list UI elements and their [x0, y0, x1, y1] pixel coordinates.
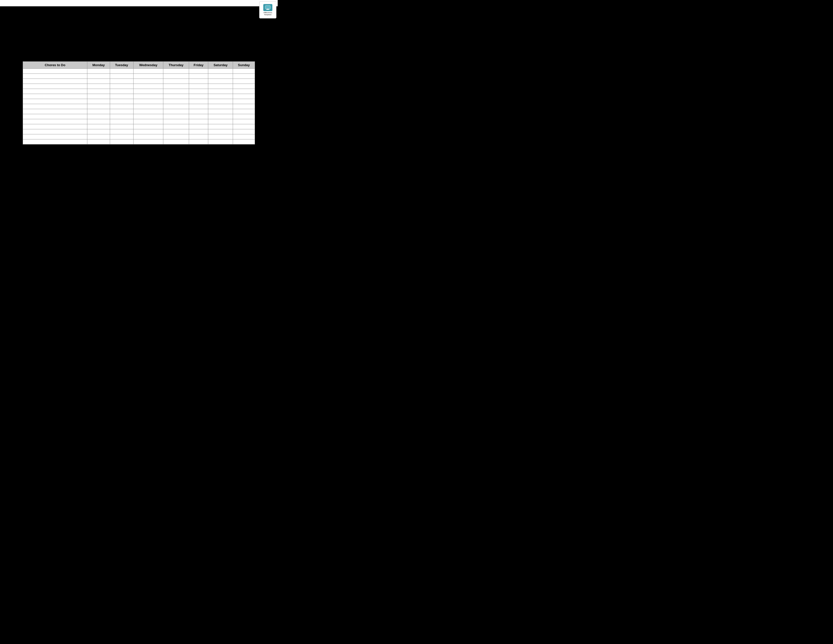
cell-row13-col1[interactable]	[87, 134, 110, 139]
cell-row13-col6[interactable]	[208, 134, 233, 139]
cell-row10-col7[interactable]	[233, 119, 255, 124]
cell-row1-col7[interactable]	[233, 74, 255, 79]
cell-row7-col4[interactable]	[163, 104, 189, 109]
cell-row3-col7[interactable]	[233, 84, 255, 89]
cell-row14-col2[interactable]	[110, 139, 133, 145]
cell-row4-col1[interactable]	[87, 89, 110, 94]
cell-row0-col6[interactable]	[208, 69, 233, 74]
cell-row5-col1[interactable]	[87, 94, 110, 99]
cell-row12-col3[interactable]	[133, 129, 163, 134]
cell-row11-col5[interactable]	[189, 124, 208, 129]
cell-row11-col3[interactable]	[133, 124, 163, 129]
cell-row13-col3[interactable]	[133, 134, 163, 139]
cell-row1-col4[interactable]	[163, 74, 189, 79]
cell-row11-col6[interactable]	[208, 124, 233, 129]
cell-row0-col4[interactable]	[163, 69, 189, 74]
cell-row2-col5[interactable]	[189, 79, 208, 84]
cell-row4-col5[interactable]	[189, 89, 208, 94]
cell-row9-col0[interactable]	[23, 114, 87, 119]
cell-row3-col0[interactable]	[23, 84, 87, 89]
cell-row0-col5[interactable]	[189, 69, 208, 74]
cell-row10-col2[interactable]	[110, 119, 133, 124]
cell-row7-col6[interactable]	[208, 104, 233, 109]
cell-row11-col1[interactable]	[87, 124, 110, 129]
cell-row14-col0[interactable]	[23, 139, 87, 145]
cell-row8-col4[interactable]	[163, 109, 189, 114]
cell-row7-col0[interactable]	[23, 104, 87, 109]
cell-row8-col1[interactable]	[87, 109, 110, 114]
cell-row5-col3[interactable]	[133, 94, 163, 99]
cell-row5-col7[interactable]	[233, 94, 255, 99]
cell-row4-col7[interactable]	[233, 89, 255, 94]
cell-row12-col7[interactable]	[233, 129, 255, 134]
cell-row4-col2[interactable]	[110, 89, 133, 94]
cell-row2-col6[interactable]	[208, 79, 233, 84]
cell-row13-col7[interactable]	[233, 134, 255, 139]
cell-row5-col6[interactable]	[208, 94, 233, 99]
cell-row0-col1[interactable]	[87, 69, 110, 74]
cell-row5-col4[interactable]	[163, 94, 189, 99]
cell-row14-col4[interactable]	[163, 139, 189, 145]
cell-row13-col4[interactable]	[163, 134, 189, 139]
cell-row3-col3[interactable]	[133, 84, 163, 89]
cell-row11-col0[interactable]	[23, 124, 87, 129]
cell-row6-col4[interactable]	[163, 99, 189, 104]
cell-row9-col6[interactable]	[208, 114, 233, 119]
cell-row14-col5[interactable]	[189, 139, 208, 145]
cell-row5-col2[interactable]	[110, 94, 133, 99]
cell-row2-col0[interactable]	[23, 79, 87, 84]
cell-row2-col4[interactable]	[163, 79, 189, 84]
cell-row5-col5[interactable]	[189, 94, 208, 99]
cell-row1-col2[interactable]	[110, 74, 133, 79]
cell-row2-col3[interactable]	[133, 79, 163, 84]
cell-row3-col1[interactable]	[87, 84, 110, 89]
cell-row14-col7[interactable]	[233, 139, 255, 145]
cell-row13-col0[interactable]	[23, 134, 87, 139]
cell-row6-col3[interactable]	[133, 99, 163, 104]
cell-row6-col7[interactable]	[233, 99, 255, 104]
cell-row14-col1[interactable]	[87, 139, 110, 145]
cell-row6-col2[interactable]	[110, 99, 133, 104]
cell-row5-col0[interactable]	[23, 94, 87, 99]
cell-row9-col1[interactable]	[87, 114, 110, 119]
cell-row1-col0[interactable]	[23, 74, 87, 79]
cell-row10-col5[interactable]	[189, 119, 208, 124]
cell-row7-col2[interactable]	[110, 104, 133, 109]
cell-row8-col5[interactable]	[189, 109, 208, 114]
cell-row11-col4[interactable]	[163, 124, 189, 129]
cell-row4-col6[interactable]	[208, 89, 233, 94]
cell-row10-col3[interactable]	[133, 119, 163, 124]
cell-row8-col6[interactable]	[208, 109, 233, 114]
cell-row12-col5[interactable]	[189, 129, 208, 134]
cell-row0-col0[interactable]	[23, 69, 87, 74]
cell-row13-col5[interactable]	[189, 134, 208, 139]
cell-row9-col3[interactable]	[133, 114, 163, 119]
cell-row9-col4[interactable]	[163, 114, 189, 119]
cell-row6-col1[interactable]	[87, 99, 110, 104]
cell-row10-col6[interactable]	[208, 119, 233, 124]
cell-row4-col4[interactable]	[163, 89, 189, 94]
cell-row2-col1[interactable]	[87, 79, 110, 84]
cell-row3-col6[interactable]	[208, 84, 233, 89]
cell-row0-col2[interactable]	[110, 69, 133, 74]
cell-row8-col2[interactable]	[110, 109, 133, 114]
cell-row0-col3[interactable]	[133, 69, 163, 74]
cell-row8-col3[interactable]	[133, 109, 163, 114]
cell-row2-col7[interactable]	[233, 79, 255, 84]
cell-row11-col2[interactable]	[110, 124, 133, 129]
cell-row9-col5[interactable]	[189, 114, 208, 119]
cell-row12-col0[interactable]	[23, 129, 87, 134]
cell-row0-col7[interactable]	[233, 69, 255, 74]
cell-row1-col3[interactable]	[133, 74, 163, 79]
cell-row14-col3[interactable]	[133, 139, 163, 145]
cell-row2-col2[interactable]	[110, 79, 133, 84]
cell-row8-col0[interactable]	[23, 109, 87, 114]
cell-row14-col6[interactable]	[208, 139, 233, 145]
cell-row9-col7[interactable]	[233, 114, 255, 119]
cell-row7-col7[interactable]	[233, 104, 255, 109]
cell-row12-col2[interactable]	[110, 129, 133, 134]
cell-row3-col2[interactable]	[110, 84, 133, 89]
cell-row1-col6[interactable]	[208, 74, 233, 79]
cell-row8-col7[interactable]	[233, 109, 255, 114]
cell-row13-col2[interactable]	[110, 134, 133, 139]
